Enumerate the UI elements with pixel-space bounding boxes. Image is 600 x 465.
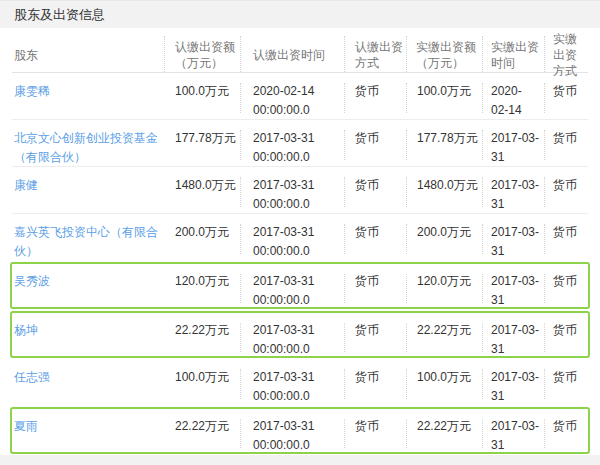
paid-amount-cell: 22.22万元 — [406, 313, 482, 364]
paid-amount-cell: 177.78万元 — [406, 120, 482, 172]
table-row-highlighted: 夏雨 22.22万元 2017-03-31 00:00:00.0 货币 22.2… — [10, 407, 590, 454]
subscribed-method-cell: 货币 — [344, 409, 406, 460]
section-title: 股东及出资信息 — [14, 6, 105, 24]
table-row: 康健 1480.0万元 2017-03-31 00:00:00.0 货币 148… — [12, 167, 588, 214]
paid-method-cell: 货币 — [544, 214, 588, 266]
shareholder-cell: 杨坤 — [12, 313, 164, 364]
subscribed-amount-cell: 100.0万元 — [164, 73, 240, 125]
paid-time-cell: 2017-03- 31 — [482, 359, 544, 411]
shareholder-cell: 嘉兴英飞投资中心（有限合伙） — [12, 214, 164, 266]
paid-time-cell: 2020- 02-14 — [482, 73, 544, 125]
paid-method-cell: 货币 — [544, 313, 588, 364]
subscribed-amount-cell: 120.0万元 — [164, 264, 240, 315]
table-row: 任志强 100.0万元 2017-03-31 00:00:00.0 货币 100… — [12, 359, 588, 406]
shareholder-link[interactable]: 嘉兴英飞投资中心（有限合伙） — [14, 225, 158, 258]
shareholder-info-panel: 股东及出资信息 股东 认缴出资额 （万元） 认缴出资时间 认缴出资 方式 实缴出… — [0, 0, 600, 465]
col-header-subscribed-amount: 认缴出资额 （万元） — [164, 31, 240, 79]
shareholder-cell: 吴秀波 — [12, 264, 164, 315]
subscribed-method-cell: 货币 — [344, 73, 406, 125]
paid-method-cell: 货币 — [544, 264, 588, 315]
subscribed-time-cell: 2017-03-31 00:00:00.0 — [240, 264, 344, 315]
paid-time-cell: 2017-03- 31 — [482, 214, 544, 266]
col-header-paid-amount: 实缴出资额 （万元） — [406, 31, 482, 79]
table-row: 康雯稀 100.0万元 2020-02-14 00:00:00.0 货币 100… — [12, 73, 588, 120]
subscribed-amount-cell: 177.78万元 — [164, 120, 240, 172]
paid-amount-cell: 120.0万元 — [406, 264, 482, 315]
subscribed-time-cell: 2017-03-31 00:00:00.0 — [240, 214, 344, 266]
shareholder-link[interactable]: 康雯稀 — [14, 84, 50, 98]
subscribed-amount-cell: 22.22万元 — [164, 313, 240, 364]
subscribed-amount-cell: 22.22万元 — [164, 409, 240, 460]
subscribed-method-cell: 货币 — [344, 264, 406, 315]
shareholder-link[interactable]: 吴秀波 — [14, 274, 50, 288]
col-header-subscribed-time: 认缴出资时间 — [240, 31, 344, 79]
section-title-bar: 股东及出资信息 — [0, 1, 600, 28]
paid-amount-cell: 1480.0万元 — [406, 167, 482, 219]
subscribed-time-cell: 2017-03-31 00:00:00.0 — [240, 409, 344, 460]
subscribed-time-cell: 2020-02-14 00:00:00.0 — [240, 73, 344, 125]
subscribed-method-cell: 货币 — [344, 214, 406, 266]
paid-time-cell: 2017-03- 31 — [482, 120, 544, 172]
shareholder-cell: 夏雨 — [12, 409, 164, 460]
shareholder-link[interactable]: 杨坤 — [14, 323, 38, 337]
paid-amount-cell: 100.0万元 — [406, 359, 482, 411]
table-row: 嘉兴英飞投资中心（有限合伙） 200.0万元 2017-03-31 00:00:… — [12, 214, 588, 261]
subscribed-time-cell: 2017-03-31 00:00:00.0 — [240, 359, 344, 411]
subscribed-amount-cell: 100.0万元 — [164, 359, 240, 411]
shareholder-cell: 北京文心创新创业投资基金（有限合伙） — [12, 120, 164, 172]
paid-amount-cell: 22.22万元 — [406, 409, 482, 460]
paid-time-cell: 2017-03- 31 — [482, 313, 544, 364]
shareholder-link[interactable]: 北京文心创新创业投资基金（有限合伙） — [14, 131, 158, 164]
table-row-highlighted: 杨坤 22.22万元 2017-03-31 00:00:00.0 货币 22.2… — [10, 311, 590, 358]
subscribed-method-cell: 货币 — [344, 313, 406, 364]
col-header-paid-time: 实缴出资 时间 — [482, 31, 544, 79]
subscribed-amount-cell: 1480.0万元 — [164, 167, 240, 219]
subscribed-method-cell: 货币 — [344, 359, 406, 411]
col-header-subscribed-method: 认缴出资 方式 — [344, 31, 406, 79]
paid-method-cell: 货币 — [544, 409, 588, 460]
table-row-highlighted: 吴秀波 120.0万元 2017-03-31 00:00:00.0 货币 120… — [10, 262, 590, 309]
shareholder-cell: 康健 — [12, 167, 164, 219]
paid-method-cell: 货币 — [544, 359, 588, 411]
shareholder-cell: 康雯稀 — [12, 73, 164, 125]
table-row: 北京文心创新创业投资基金（有限合伙） 177.78万元 2017-03-31 0… — [12, 120, 588, 167]
shareholder-link[interactable]: 康健 — [14, 178, 38, 192]
shareholder-link[interactable]: 任志强 — [14, 370, 50, 384]
paid-method-cell: 货币 — [544, 73, 588, 125]
paid-amount-cell: 200.0万元 — [406, 214, 482, 266]
subscribed-method-cell: 货币 — [344, 120, 406, 172]
subscribed-time-cell: 2017-03-31 00:00:00.0 — [240, 120, 344, 172]
table-header-row: 股东 认缴出资额 （万元） 认缴出资时间 认缴出资 方式 实缴出资额 （万元） … — [12, 31, 588, 73]
subscribed-time-cell: 2017-03-31 00:00:00.0 — [240, 167, 344, 219]
paid-time-cell: 2017-03- 31 — [482, 409, 544, 460]
subscribed-time-cell: 2017-03-31 00:00:00.0 — [240, 313, 344, 364]
col-header-paid-method: 实缴出资 方式 — [544, 31, 588, 79]
paid-method-cell: 货币 — [544, 120, 588, 172]
col-header-shareholder: 股东 — [12, 31, 164, 79]
shareholder-link[interactable]: 夏雨 — [14, 419, 38, 433]
shareholder-cell: 任志强 — [12, 359, 164, 411]
paid-time-cell: 2017-03- 31 — [482, 167, 544, 219]
subscribed-amount-cell: 200.0万元 — [164, 214, 240, 266]
paid-amount-cell: 100.0万元 — [406, 73, 482, 125]
paid-time-cell: 2017-03- 31 — [482, 264, 544, 315]
subscribed-method-cell: 货币 — [344, 167, 406, 219]
paid-method-cell: 货币 — [544, 167, 588, 219]
